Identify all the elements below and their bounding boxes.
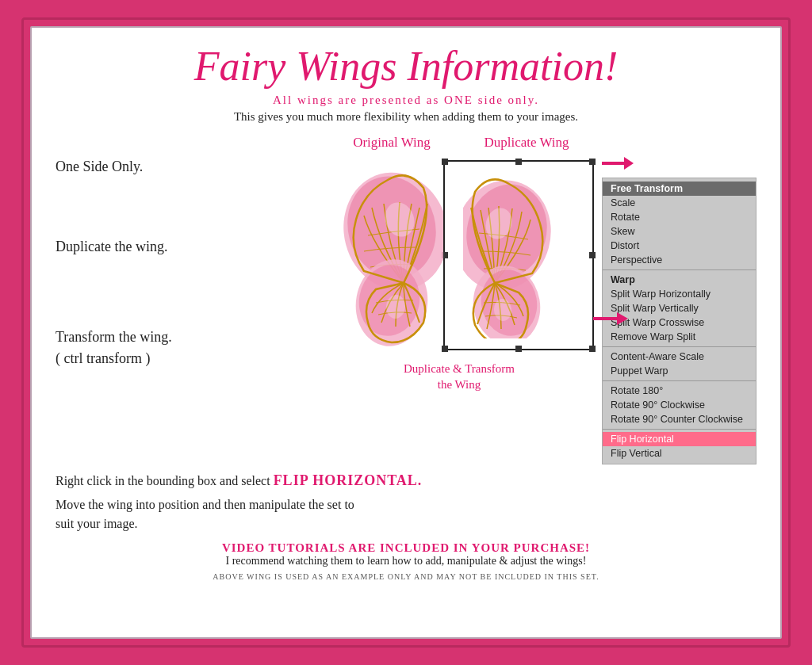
corner-bm xyxy=(515,346,522,352)
inner-card: Fairy Wings Information! All wings are p… xyxy=(30,26,782,639)
menu-item-perspective[interactable]: Perspective xyxy=(603,253,756,267)
divider-4 xyxy=(603,429,756,430)
menu-item-rotate[interactable]: Rotate xyxy=(603,210,756,224)
right-menu: Free Transform Scale Rotate Skew Distort… xyxy=(602,135,756,464)
move-instruction: Move the wing into position and then man… xyxy=(56,495,756,533)
divider-1 xyxy=(603,269,756,270)
arrow-line xyxy=(602,162,624,165)
center-section: Original Wing Duplicate Wing xyxy=(316,135,602,464)
menu-item-puppet-warp[interactable]: Puppet Warp xyxy=(603,364,756,378)
label-duplicate: Duplicate the wing. xyxy=(56,239,308,255)
footer-note: ABOVE WING IS USED AS AN EXAMPLE ONLY AN… xyxy=(56,572,756,581)
label-one-side: One Side Only. xyxy=(56,159,308,175)
menu-item-remove-warp[interactable]: Remove Warp Split xyxy=(603,330,756,344)
menu-item-rotate-180[interactable]: Rotate 180° xyxy=(603,384,756,398)
arrow-body xyxy=(593,317,617,320)
wing-right-svg xyxy=(463,172,574,338)
menu-item-flip-h[interactable]: Flip Horizontal xyxy=(603,432,756,446)
wing-right xyxy=(463,172,574,338)
flip-highlight: FLIP HORIZONTAL. xyxy=(274,472,423,488)
label-transform: Transform the wing.( ctrl transform ) xyxy=(56,327,308,369)
menu-item-skew[interactable]: Skew xyxy=(603,224,756,239)
wing-left-svg xyxy=(324,164,443,346)
arrow-point xyxy=(624,157,634,170)
menu-item-flip-v[interactable]: Flip Vertical xyxy=(603,446,756,461)
wings-area xyxy=(324,152,594,358)
menu-item-free-transform[interactable]: Free Transform xyxy=(603,182,756,196)
bounding-box xyxy=(443,160,594,350)
menu-item-warp[interactable]: Warp xyxy=(603,273,756,287)
divider-3 xyxy=(603,380,756,381)
wing-left xyxy=(324,164,443,346)
arrow-to-right xyxy=(593,312,628,325)
label-original-wing: Original Wing xyxy=(324,135,459,151)
menu-item-content-aware[interactable]: Content-Aware Scale xyxy=(603,350,756,364)
arrow-row xyxy=(602,157,756,170)
video-title: VIDEO TUTORIALS ARE INCLUDED IN YOUR PUR… xyxy=(56,541,756,555)
video-subtitle: I recommend watching them to learn how t… xyxy=(56,555,756,568)
menu-item-rotate-90ccw[interactable]: Rotate 90° Counter Clockwise xyxy=(603,412,756,426)
menu-item-distort[interactable]: Distort xyxy=(603,239,756,253)
menu-item-rotate-90cw[interactable]: Rotate 90° Clockwise xyxy=(603,398,756,412)
wing-labels: Original Wing Duplicate Wing xyxy=(324,135,594,151)
dup-transform-label: Duplicate & Transformthe Wing xyxy=(404,361,515,392)
corner-bl xyxy=(442,346,448,352)
corner-br xyxy=(589,346,596,352)
menu-item-scale[interactable]: Scale xyxy=(603,196,756,210)
flip-instruction: Right click in the bounding box and sele… xyxy=(56,472,756,489)
corner-mr xyxy=(589,252,596,258)
subtitle-flexibility: This gives you much more flexibility whe… xyxy=(56,110,756,124)
bottom-section: Right click in the bounding box and sele… xyxy=(56,472,756,581)
main-content: One Side Only. Duplicate the wing. Trans… xyxy=(56,135,756,464)
corner-tm xyxy=(515,159,522,165)
corner-tr xyxy=(589,159,596,165)
divider-2 xyxy=(603,346,756,347)
outer-border: Fairy Wings Information! All wings are p… xyxy=(21,17,791,648)
video-section: VIDEO TUTORIALS ARE INCLUDED IN YOUR PUR… xyxy=(56,541,756,568)
arrow-head xyxy=(617,312,628,325)
menu-item-split-h[interactable]: Split Warp Horizontally xyxy=(603,287,756,301)
subtitle-one-side: All wings are presented as ONE side only… xyxy=(56,94,756,107)
label-duplicate-wing: Duplicate Wing xyxy=(459,135,594,151)
page-title: Fairy Wings Information! xyxy=(56,44,756,89)
left-labels: One Side Only. Duplicate the wing. Trans… xyxy=(56,135,316,464)
